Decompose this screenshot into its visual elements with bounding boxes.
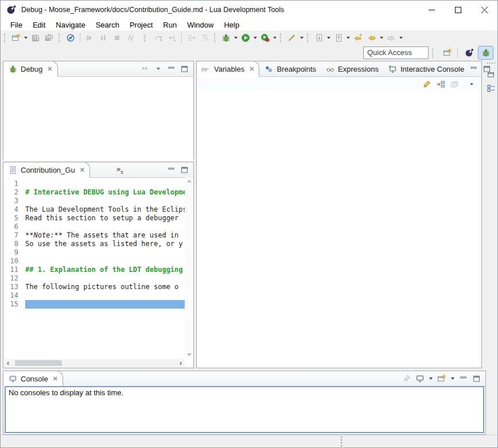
code-line-2[interactable]: 2# Interactive DEBUG using Lua Developme… xyxy=(3,188,185,197)
code-area[interactable]: 12# Interactive DEBUG using Lua Developm… xyxy=(3,177,185,359)
status-bar-drag-handle[interactable] xyxy=(341,437,342,446)
tab-console[interactable]: Console ✕ xyxy=(3,371,63,387)
trim-drag-handle[interactable] xyxy=(487,63,495,65)
code-line-15[interactable]: 15 xyxy=(3,300,185,309)
back-history-dropdown-icon[interactable] xyxy=(379,32,384,44)
open-perspective-button[interactable] xyxy=(439,46,455,60)
code-line-5[interactable]: 5Read this section to setup a debugger xyxy=(3,214,185,223)
toolbar-drag-handle xyxy=(280,33,283,42)
maximize-view-icon[interactable] xyxy=(472,374,481,384)
menu-navigate[interactable]: Navigate xyxy=(50,21,90,29)
code-line-9[interactable]: 9 xyxy=(3,248,185,257)
back-history-icon[interactable] xyxy=(365,32,379,44)
code-line-11[interactable]: 11## 1. Explanation of the LDT debugging xyxy=(3,266,185,274)
close-tab-icon[interactable]: ✕ xyxy=(249,65,254,73)
console-content[interactable]: No consoles to display at this time. xyxy=(5,386,484,433)
maximize-view-icon[interactable] xyxy=(180,64,189,74)
previous-annotation-icon[interactable] xyxy=(332,32,345,44)
close-tab-icon[interactable]: ✕ xyxy=(47,65,52,73)
display-console-dropdown-icon[interactable] xyxy=(428,374,433,384)
maximize-view-icon[interactable] xyxy=(180,165,189,175)
line-number: 10 xyxy=(3,257,25,266)
pin-console-icon[interactable] xyxy=(402,374,411,384)
debug-view-content[interactable] xyxy=(3,77,193,161)
open-console-icon[interactable] xyxy=(437,374,446,384)
minimize-view-icon[interactable] xyxy=(469,64,478,74)
menu-run[interactable]: Run xyxy=(158,21,182,29)
code-line-13[interactable]: 13The following pictures outline some o xyxy=(3,283,185,291)
debug-dropdown-icon[interactable] xyxy=(233,32,239,44)
close-tab-icon[interactable]: ✕ xyxy=(53,375,58,383)
code-line-14[interactable]: 14 xyxy=(3,291,185,300)
console-message: No consoles to display at this time. xyxy=(9,388,123,397)
scroll-left-icon[interactable]: ‹ xyxy=(4,359,12,367)
hidden-editors-chevron[interactable]: »5 xyxy=(114,162,126,177)
menu-file[interactable]: File xyxy=(5,21,28,29)
code-line-7[interactable]: 7**Note:** The assets that are used in xyxy=(3,231,185,240)
scroll-right-icon[interactable]: › xyxy=(177,359,185,367)
new-wizard-icon[interactable] xyxy=(9,32,23,44)
remove-all-terminated-icon[interactable] xyxy=(140,64,150,74)
next-annotation-dropdown-icon[interactable] xyxy=(326,32,332,44)
tab-contribution-guide[interactable]: Contribution_Gu ✕ xyxy=(3,162,90,178)
run-icon[interactable] xyxy=(239,32,252,44)
horizontal-scrollbar[interactable]: ‹ › xyxy=(4,359,185,367)
menu-search[interactable]: Search xyxy=(91,21,124,29)
debug-icon[interactable] xyxy=(219,32,233,44)
open-console-dropdown-icon[interactable] xyxy=(450,374,455,384)
new-wizard-dropdown-icon[interactable] xyxy=(23,32,29,44)
minimize-view-icon[interactable] xyxy=(166,165,176,175)
run-dropdown-icon[interactable] xyxy=(252,32,258,44)
skip-all-breakpoints-icon[interactable] xyxy=(64,32,77,44)
lua-perspective-button[interactable] xyxy=(461,46,477,60)
close-window-icon[interactable] xyxy=(471,1,497,19)
debug-perspective-button[interactable] xyxy=(478,46,493,60)
minimize-view-icon[interactable] xyxy=(458,374,468,384)
code-line-12[interactable]: 12 xyxy=(3,274,185,283)
last-edit-location-icon[interactable] xyxy=(351,32,365,44)
variables-content[interactable] xyxy=(197,91,481,368)
editor-content[interactable]: 12# Interactive DEBUG using Lua Developm… xyxy=(3,177,193,368)
display-selected-console-icon[interactable] xyxy=(415,374,425,384)
scroll-up-icon[interactable] xyxy=(187,180,192,182)
marker-pen-dropdown-icon[interactable] xyxy=(299,32,305,44)
quick-access-input[interactable] xyxy=(363,46,429,59)
scroll-down-icon[interactable] xyxy=(187,353,192,356)
maximize-window-icon[interactable] xyxy=(445,1,471,19)
view-menu-icon[interactable] xyxy=(466,79,476,89)
code-line-4[interactable]: 4The Lua Development Tools in the Eclips… xyxy=(3,205,185,214)
menu-project[interactable]: Project xyxy=(124,21,158,29)
code-line-1[interactable]: 1 xyxy=(3,180,185,188)
tab-variables[interactable]: (x)= Variables ✕ xyxy=(196,61,259,77)
restore-view-icon[interactable] xyxy=(487,69,496,79)
show-type-names-icon[interactable] xyxy=(422,79,431,89)
code-line-8[interactable]: 8So use the assets as listed here, or y xyxy=(3,240,185,248)
tab-expressions[interactable]: Expressions xyxy=(321,61,383,76)
toolbar-separator xyxy=(457,48,458,58)
minimize-view-icon[interactable] xyxy=(166,64,176,74)
menu-edit[interactable]: Edit xyxy=(28,21,50,29)
next-annotation-icon[interactable] xyxy=(312,32,326,44)
close-tab-icon[interactable]: ✕ xyxy=(80,166,85,174)
vertical-scrollbar[interactable] xyxy=(185,177,193,359)
previous-annotation-dropdown-icon[interactable] xyxy=(345,32,351,44)
view-menu-icon[interactable] xyxy=(153,64,163,74)
run-external-tools-dropdown-icon[interactable] xyxy=(272,32,278,44)
code-line-3[interactable]: 3 xyxy=(3,197,185,205)
tab-debug[interactable]: Debug ✕ xyxy=(3,61,58,77)
collapse-all-icon[interactable] xyxy=(449,79,459,89)
scrollbar-thumb[interactable] xyxy=(15,360,62,366)
run-external-tools-icon[interactable] xyxy=(258,32,272,44)
menu-help[interactable]: Help xyxy=(219,21,244,29)
tab-breakpoints[interactable]: Breakpoints xyxy=(259,61,321,76)
forward-history-dropdown-icon[interactable] xyxy=(398,32,404,44)
code-line-10[interactable]: 10 xyxy=(3,257,185,266)
code-line-6[interactable]: 6 xyxy=(3,223,185,231)
tab-interactive-console[interactable]: Interactive Console xyxy=(383,61,469,76)
code-text xyxy=(25,257,185,266)
menu-window[interactable]: Window xyxy=(182,21,219,29)
minimize-window-icon[interactable] xyxy=(418,1,445,19)
outline-view-icon[interactable] xyxy=(487,83,496,93)
show-logical-structure-icon[interactable] xyxy=(435,79,445,89)
marker-pen-icon[interactable] xyxy=(285,32,299,44)
